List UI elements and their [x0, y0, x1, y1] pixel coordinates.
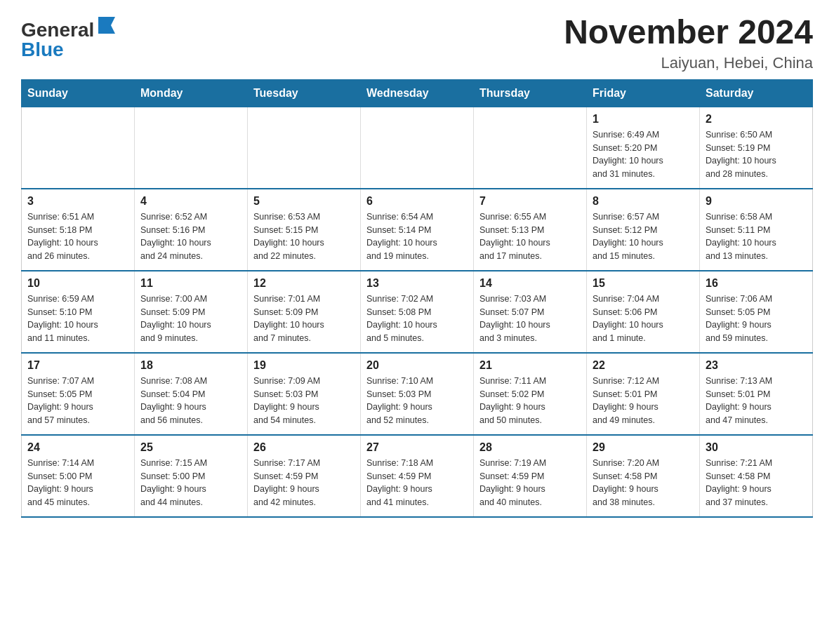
calendar-day-cell — [135, 107, 248, 189]
day-info: Sunrise: 7:20 AM Sunset: 4:58 PM Dayligh… — [593, 457, 694, 509]
logo-general-text: General — [21, 19, 94, 41]
calendar-day-cell: 5Sunrise: 6:53 AM Sunset: 5:15 PM Daylig… — [248, 189, 361, 271]
weekday-header-sunday: Sunday — [22, 79, 135, 107]
weekday-header-saturday: Saturday — [700, 79, 813, 107]
weekday-header-monday: Monday — [135, 79, 248, 107]
logo-blue-text: Blue — [21, 39, 118, 61]
day-number: 30 — [706, 441, 807, 454]
day-info: Sunrise: 7:08 AM Sunset: 5:04 PM Dayligh… — [140, 375, 241, 427]
day-number: 28 — [479, 441, 581, 454]
calendar-day-cell: 11Sunrise: 7:00 AM Sunset: 5:09 PM Dayli… — [135, 271, 248, 353]
day-info: Sunrise: 7:04 AM Sunset: 5:06 PM Dayligh… — [593, 293, 694, 345]
calendar-day-cell — [474, 107, 587, 189]
calendar-day-cell: 21Sunrise: 7:11 AM Sunset: 5:02 PM Dayli… — [474, 353, 587, 435]
calendar-location: Laiyuan, Hebei, China — [564, 54, 813, 72]
day-info: Sunrise: 7:09 AM Sunset: 5:03 PM Dayligh… — [253, 375, 355, 427]
calendar-day-cell: 2Sunrise: 6:50 AM Sunset: 5:19 PM Daylig… — [700, 107, 813, 189]
calendar-day-cell: 20Sunrise: 7:10 AM Sunset: 5:03 PM Dayli… — [361, 353, 474, 435]
day-number: 26 — [253, 441, 355, 454]
day-number: 18 — [140, 359, 241, 372]
day-info: Sunrise: 6:59 AM Sunset: 5:10 PM Dayligh… — [27, 293, 128, 345]
day-info: Sunrise: 7:03 AM Sunset: 5:07 PM Dayligh… — [479, 293, 581, 345]
day-number: 19 — [253, 359, 355, 372]
day-info: Sunrise: 7:00 AM Sunset: 5:09 PM Dayligh… — [140, 293, 241, 345]
calendar-week-row: 3Sunrise: 6:51 AM Sunset: 5:18 PM Daylig… — [22, 189, 813, 271]
day-number: 17 — [27, 359, 128, 372]
day-number: 22 — [593, 359, 694, 372]
day-info: Sunrise: 7:19 AM Sunset: 4:59 PM Dayligh… — [479, 457, 581, 509]
calendar-day-cell: 15Sunrise: 7:04 AM Sunset: 5:06 PM Dayli… — [587, 271, 700, 353]
day-number: 24 — [27, 441, 128, 454]
day-number: 4 — [140, 195, 241, 208]
day-number: 8 — [593, 195, 694, 208]
calendar-month-year: November 2024 — [564, 14, 813, 51]
day-info: Sunrise: 6:52 AM Sunset: 5:16 PM Dayligh… — [140, 210, 241, 263]
logo: General Blue — [21, 14, 118, 61]
day-info: Sunrise: 7:12 AM Sunset: 5:01 PM Dayligh… — [593, 375, 694, 427]
calendar-day-cell: 3Sunrise: 6:51 AM Sunset: 5:18 PM Daylig… — [22, 189, 135, 271]
calendar-day-cell: 28Sunrise: 7:19 AM Sunset: 4:59 PM Dayli… — [474, 435, 587, 517]
logo-flag-icon — [95, 14, 118, 36]
weekday-header-wednesday: Wednesday — [361, 79, 474, 107]
weekday-header-thursday: Thursday — [474, 79, 587, 107]
calendar-day-cell: 19Sunrise: 7:09 AM Sunset: 5:03 PM Dayli… — [248, 353, 361, 435]
calendar-day-cell: 23Sunrise: 7:13 AM Sunset: 5:01 PM Dayli… — [700, 353, 813, 435]
day-info: Sunrise: 7:06 AM Sunset: 5:05 PM Dayligh… — [706, 293, 807, 345]
day-number: 12 — [253, 277, 355, 290]
calendar-day-cell: 25Sunrise: 7:15 AM Sunset: 5:00 PM Dayli… — [135, 435, 248, 517]
day-number: 3 — [27, 195, 128, 208]
weekday-header-row: SundayMondayTuesdayWednesdayThursdayFrid… — [22, 79, 813, 107]
page-header: General Blue November 2024 Laiyuan, Hebe… — [21, 14, 813, 72]
day-info: Sunrise: 7:10 AM Sunset: 5:03 PM Dayligh… — [366, 375, 468, 427]
calendar-day-cell: 1Sunrise: 6:49 AM Sunset: 5:20 PM Daylig… — [587, 107, 700, 189]
day-number: 21 — [479, 359, 581, 372]
day-info: Sunrise: 6:55 AM Sunset: 5:13 PM Dayligh… — [479, 210, 581, 263]
day-number: 9 — [706, 195, 807, 208]
day-info: Sunrise: 7:07 AM Sunset: 5:05 PM Dayligh… — [27, 375, 128, 427]
day-number: 7 — [479, 195, 581, 208]
day-info: Sunrise: 6:54 AM Sunset: 5:14 PM Dayligh… — [366, 210, 468, 263]
calendar-day-cell: 16Sunrise: 7:06 AM Sunset: 5:05 PM Dayli… — [700, 271, 813, 353]
calendar-day-cell: 27Sunrise: 7:18 AM Sunset: 4:59 PM Dayli… — [361, 435, 474, 517]
calendar-day-cell — [361, 107, 474, 189]
day-number: 11 — [140, 277, 241, 290]
day-number: 13 — [366, 277, 468, 290]
calendar-day-cell: 17Sunrise: 7:07 AM Sunset: 5:05 PM Dayli… — [22, 353, 135, 435]
calendar-day-cell: 22Sunrise: 7:12 AM Sunset: 5:01 PM Dayli… — [587, 353, 700, 435]
day-info: Sunrise: 7:17 AM Sunset: 4:59 PM Dayligh… — [253, 457, 355, 509]
calendar-day-cell: 24Sunrise: 7:14 AM Sunset: 5:00 PM Dayli… — [22, 435, 135, 517]
day-number: 16 — [706, 277, 807, 290]
calendar-day-cell: 10Sunrise: 6:59 AM Sunset: 5:10 PM Dayli… — [22, 271, 135, 353]
calendar-week-row: 1Sunrise: 6:49 AM Sunset: 5:20 PM Daylig… — [22, 107, 813, 189]
day-number: 14 — [479, 277, 581, 290]
day-number: 10 — [27, 277, 128, 290]
day-info: Sunrise: 6:51 AM Sunset: 5:18 PM Dayligh… — [27, 210, 128, 263]
calendar-day-cell — [248, 107, 361, 189]
calendar-day-cell: 26Sunrise: 7:17 AM Sunset: 4:59 PM Dayli… — [248, 435, 361, 517]
calendar-day-cell: 9Sunrise: 6:58 AM Sunset: 5:11 PM Daylig… — [700, 189, 813, 271]
calendar-day-cell: 29Sunrise: 7:20 AM Sunset: 4:58 PM Dayli… — [587, 435, 700, 517]
day-number: 2 — [706, 113, 807, 126]
day-number: 15 — [593, 277, 694, 290]
calendar-day-cell: 7Sunrise: 6:55 AM Sunset: 5:13 PM Daylig… — [474, 189, 587, 271]
day-info: Sunrise: 7:13 AM Sunset: 5:01 PM Dayligh… — [706, 375, 807, 427]
day-number: 27 — [366, 441, 468, 454]
day-info: Sunrise: 7:11 AM Sunset: 5:02 PM Dayligh… — [479, 375, 581, 427]
calendar-week-row: 10Sunrise: 6:59 AM Sunset: 5:10 PM Dayli… — [22, 271, 813, 353]
calendar-table: SundayMondayTuesdayWednesdayThursdayFrid… — [21, 79, 813, 518]
calendar-day-cell — [22, 107, 135, 189]
svg-marker-0 — [98, 17, 115, 34]
day-number: 29 — [593, 441, 694, 454]
day-number: 25 — [140, 441, 241, 454]
calendar-day-cell: 8Sunrise: 6:57 AM Sunset: 5:12 PM Daylig… — [587, 189, 700, 271]
calendar-day-cell: 13Sunrise: 7:02 AM Sunset: 5:08 PM Dayli… — [361, 271, 474, 353]
day-number: 5 — [253, 195, 355, 208]
calendar-day-cell: 6Sunrise: 6:54 AM Sunset: 5:14 PM Daylig… — [361, 189, 474, 271]
day-info: Sunrise: 6:58 AM Sunset: 5:11 PM Dayligh… — [706, 210, 807, 263]
calendar-day-cell: 18Sunrise: 7:08 AM Sunset: 5:04 PM Dayli… — [135, 353, 248, 435]
calendar-day-cell: 12Sunrise: 7:01 AM Sunset: 5:09 PM Dayli… — [248, 271, 361, 353]
calendar-day-cell: 4Sunrise: 6:52 AM Sunset: 5:16 PM Daylig… — [135, 189, 248, 271]
day-info: Sunrise: 7:21 AM Sunset: 4:58 PM Dayligh… — [706, 457, 807, 509]
day-info: Sunrise: 7:01 AM Sunset: 5:09 PM Dayligh… — [253, 293, 355, 345]
calendar-day-cell: 14Sunrise: 7:03 AM Sunset: 5:07 PM Dayli… — [474, 271, 587, 353]
